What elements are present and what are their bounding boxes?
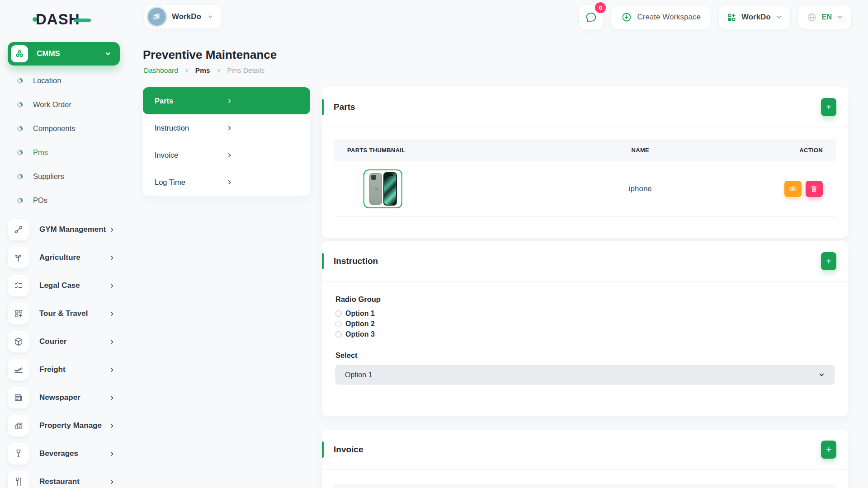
create-workspace-button[interactable]: Create Workspace xyxy=(611,5,711,29)
sidebar-item-label: Beverages xyxy=(39,449,78,458)
sidebar-item-freight[interactable]: Freight xyxy=(0,356,134,384)
parts-table-header: PARTS THUMBNAIL NAME ACTION xyxy=(334,139,836,161)
sidebar-item-label: Pms xyxy=(33,148,48,157)
logo-bar-icon xyxy=(74,19,91,22)
plane-icon xyxy=(8,359,29,380)
dash-logo[interactable]: DASH xyxy=(33,11,91,28)
trash-icon xyxy=(810,185,818,192)
sidebar-item-label: Work Order xyxy=(33,100,71,109)
bullet-ring-icon xyxy=(17,126,23,131)
column-parts-thumbnail: PARTS THUMBNAIL xyxy=(334,147,545,154)
bullet-ring-icon xyxy=(17,78,23,84)
sidebar: DASH CMMS Location Work Order Components xyxy=(0,0,134,488)
cmms-submenu: Location Work Order Components Pms Suppl… xyxy=(0,69,134,212)
sidebar-item-gym-management[interactable]: GYM Management xyxy=(0,216,134,244)
sidebar-item-agriculture[interactable]: Agriculture xyxy=(0,244,134,272)
sidebar-item-courier[interactable]: Courier xyxy=(0,328,134,356)
tab-instruction[interactable]: Instruction xyxy=(143,114,310,141)
part-thumbnail-iphone[interactable] xyxy=(363,169,402,208)
sidebar-item-work-order[interactable]: Work Order xyxy=(0,93,134,117)
grid-plus-icon xyxy=(727,13,736,22)
chevron-right-icon xyxy=(226,125,298,131)
workspace-avatar xyxy=(148,8,166,26)
radio-button-icon[interactable] xyxy=(335,321,342,327)
part-name: iphone xyxy=(545,184,736,193)
chevron-down-icon xyxy=(837,14,843,20)
sidebar-item-pms[interactable]: Pms xyxy=(0,141,134,164)
chevron-right-icon xyxy=(109,255,115,261)
sidebar-item-label: Components xyxy=(33,124,75,133)
radio-group: Option 1 Option 2 Option 3 xyxy=(335,308,835,339)
sidebar-item-restaurant[interactable]: Restaurant xyxy=(0,468,134,488)
sidebar-item-components[interactable]: Components xyxy=(0,117,134,141)
chat-bubble-icon xyxy=(585,11,597,23)
newspaper-icon xyxy=(8,387,29,408)
messages-button[interactable]: 0 xyxy=(578,5,604,30)
chevron-right-icon xyxy=(109,311,115,317)
chevron-right-icon xyxy=(109,423,115,429)
module-list: GYM Management Agriculture xyxy=(0,216,134,488)
select-label: Select xyxy=(335,351,835,360)
sidebar-item-pos[interactable]: POs xyxy=(0,188,134,212)
sidebar-module-cmms[interactable]: CMMS xyxy=(8,42,120,66)
building-icon xyxy=(8,415,29,436)
chevron-right-icon xyxy=(226,98,298,104)
sidebar-item-tour-travel[interactable]: Tour & Travel xyxy=(0,300,134,328)
bullet-ring-icon xyxy=(17,174,23,179)
breadcrumb-pms-link[interactable]: Pms xyxy=(195,66,210,75)
eye-icon xyxy=(789,185,797,193)
radio-option-3[interactable]: Option 3 xyxy=(335,329,835,339)
tab-parts[interactable]: Parts xyxy=(143,87,310,114)
dumbbell-icon xyxy=(8,219,29,240)
instruction-select[interactable]: Option 1 xyxy=(335,365,835,385)
invoice-panel-title: Invoice xyxy=(334,445,363,455)
chevron-down-icon xyxy=(818,371,825,378)
column-name: NAME xyxy=(545,147,736,154)
sidebar-item-legal-case[interactable]: Legal Case xyxy=(0,272,134,300)
sidebar-item-label: Restaurant xyxy=(39,477,80,486)
sidebar-item-label: Freight xyxy=(39,365,66,374)
view-part-button[interactable] xyxy=(784,181,802,197)
add-instruction-button[interactable]: + xyxy=(821,252,836,270)
sidebar-item-location[interactable]: Location xyxy=(0,69,134,93)
radio-group-label: Radio Group xyxy=(335,295,835,304)
radio-option-label: Option 3 xyxy=(345,330,375,338)
instruction-panel: Instruction + Radio Group Option 1 Optio… xyxy=(322,241,848,416)
tab-label: Instruction xyxy=(155,124,226,132)
app-switcher-button[interactable]: WorkDo xyxy=(718,5,791,29)
chevron-right-icon xyxy=(109,451,115,457)
tab-invoice[interactable]: Invoice xyxy=(143,141,310,169)
iphone-front-image xyxy=(383,172,397,206)
chevron-down-icon xyxy=(104,50,112,57)
add-invoice-button[interactable]: + xyxy=(821,441,836,459)
radio-option-label: Option 1 xyxy=(345,310,375,318)
chevron-right-icon xyxy=(109,367,115,373)
breadcrumb-separator-icon xyxy=(216,68,222,73)
wine-glass-icon xyxy=(8,443,29,465)
workspace-selector[interactable]: WorkDo xyxy=(144,5,222,29)
sidebar-item-property-manage[interactable]: Property Manage xyxy=(0,412,134,440)
table-row: iphone xyxy=(334,161,836,217)
radio-button-icon[interactable] xyxy=(335,331,342,338)
sidebar-item-beverages[interactable]: Beverages xyxy=(0,440,134,468)
fork-knife-icon xyxy=(8,471,29,488)
add-part-button[interactable]: + xyxy=(821,98,836,116)
language-selector[interactable]: EN xyxy=(798,5,852,29)
sidebar-item-label: Courier xyxy=(39,337,66,346)
radio-option-1[interactable]: Option 1 xyxy=(335,308,835,319)
instruction-panel-title: Instruction xyxy=(334,256,378,266)
tab-log-time[interactable]: Log Time xyxy=(143,169,310,196)
sidebar-item-label: POs xyxy=(33,196,47,205)
sidebar-item-label: GYM Management xyxy=(39,225,106,234)
sidebar-item-newspaper[interactable]: Newspaper xyxy=(0,384,134,412)
chevron-right-icon xyxy=(109,479,115,485)
sidebar-item-suppliers[interactable]: Suppliers xyxy=(0,164,134,188)
chevron-right-icon xyxy=(226,179,298,185)
breadcrumb-dashboard-link[interactable]: Dashboard xyxy=(144,66,178,75)
sidebar-item-label: Newspaper xyxy=(39,393,80,402)
radio-option-2[interactable]: Option 2 xyxy=(335,319,835,329)
delete-part-button[interactable] xyxy=(806,181,823,197)
radio-button-icon[interactable] xyxy=(335,310,342,317)
select-value: Option 1 xyxy=(345,371,372,379)
sidebar-item-label: Agriculture xyxy=(39,253,80,262)
